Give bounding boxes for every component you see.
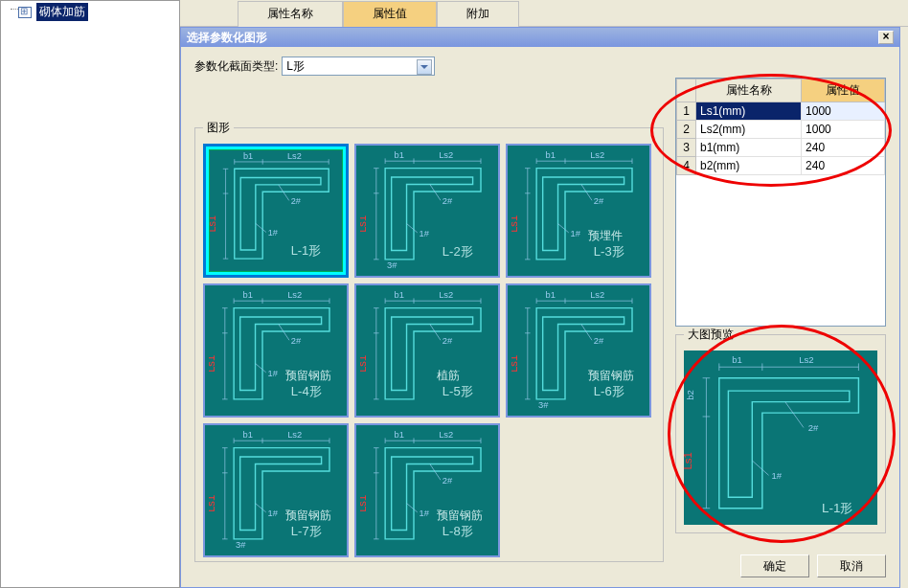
svg-text:b2: b2 bbox=[685, 390, 695, 400]
svg-text:1#: 1# bbox=[771, 470, 782, 481]
tab-extra[interactable]: 附加 bbox=[437, 1, 519, 27]
svg-text:L-1形: L-1形 bbox=[822, 501, 852, 515]
table-row[interactable]: 3 b1(mm) 240 bbox=[677, 139, 885, 157]
svg-text:b1: b1 bbox=[242, 290, 252, 300]
preview-fieldset: 大图预览 b1 Ls2 b2 Ls1 2# 1# L bbox=[675, 327, 886, 533]
dialog-body: 参数化截面类型: L形 图形 b1Ls2 Ls1 2# 1# L-1形 b1Ls… bbox=[181, 47, 899, 587]
row-name: b1(mm) bbox=[696, 139, 802, 157]
svg-text:b1: b1 bbox=[732, 354, 742, 365]
svg-text:Ls1: Ls1 bbox=[511, 355, 519, 373]
row-value[interactable]: 1000 bbox=[802, 102, 885, 121]
tab-attr-value[interactable]: 属性值 bbox=[343, 1, 437, 27]
section-type-select[interactable]: L形 bbox=[282, 57, 435, 76]
svg-text:Ls2: Ls2 bbox=[799, 354, 813, 365]
svg-text:Ls1: Ls1 bbox=[511, 215, 519, 233]
row-name: Ls2(mm) bbox=[696, 121, 802, 139]
row-value[interactable]: 1000 bbox=[802, 121, 885, 139]
shapes-legend: 图形 bbox=[203, 120, 234, 136]
svg-text:Ls2: Ls2 bbox=[439, 150, 453, 160]
table-row[interactable]: 1 Ls1(mm) 1000 bbox=[677, 102, 885, 121]
shape-option-L-2形[interactable]: b1Ls2 Ls1 2# 1# 3# L-2形 bbox=[354, 144, 500, 278]
row-index: 3 bbox=[677, 139, 696, 157]
tab-attr-name[interactable]: 属性名称 bbox=[238, 1, 343, 27]
svg-text:2#: 2# bbox=[443, 336, 453, 346]
svg-text:Ls1: Ls1 bbox=[360, 355, 368, 373]
svg-line-70 bbox=[279, 324, 289, 340]
svg-text:b1: b1 bbox=[243, 151, 253, 161]
property-table: 属性名称 属性值 1 Ls1(mm) 10002 Ls2(mm) 10003 b… bbox=[675, 78, 886, 327]
svg-text:Ls1: Ls1 bbox=[360, 215, 368, 233]
ok-button[interactable]: 确定 bbox=[740, 554, 809, 577]
svg-text:2#: 2# bbox=[291, 336, 302, 346]
type-row: 参数化截面类型: L形 bbox=[194, 57, 886, 76]
col-idx bbox=[677, 79, 696, 102]
svg-line-16 bbox=[256, 223, 266, 232]
row-value[interactable]: 240 bbox=[802, 157, 885, 175]
svg-text:2#: 2# bbox=[291, 196, 302, 206]
svg-text:预留钢筋: 预留钢筋 bbox=[588, 369, 634, 382]
svg-text:L-1形: L-1形 bbox=[291, 243, 322, 258]
svg-text:1#: 1# bbox=[420, 509, 430, 518]
svg-line-72 bbox=[256, 364, 266, 373]
row-name: Ls1(mm) bbox=[696, 102, 802, 121]
svg-line-164 bbox=[752, 461, 768, 475]
tree-branch bbox=[3, 1, 16, 23]
top-tabs: 属性名称 属性值 附加 bbox=[180, 0, 908, 27]
dialog-title-text: 选择参数化图形 bbox=[187, 30, 267, 46]
svg-text:L-3形: L-3形 bbox=[594, 244, 624, 259]
type-label: 参数化截面类型: bbox=[194, 58, 278, 75]
tree-panel: 砌体加筋 bbox=[0, 0, 180, 588]
svg-line-144 bbox=[407, 504, 418, 512]
svg-line-53 bbox=[558, 224, 569, 233]
preview-box: b1 Ls2 b2 Ls1 2# 1# L-1形 bbox=[684, 351, 877, 525]
svg-line-124 bbox=[256, 504, 266, 512]
svg-line-32 bbox=[430, 184, 441, 200]
cancel-button[interactable]: 取消 bbox=[817, 554, 886, 577]
button-row: 确定 取消 bbox=[740, 554, 886, 577]
row-index: 1 bbox=[677, 102, 696, 121]
table-row[interactable]: 4 b2(mm) 240 bbox=[677, 157, 885, 175]
svg-line-89 bbox=[430, 324, 441, 340]
shape-option-L-3形[interactable]: b1Ls2 Ls1 2# 1# 预埋件 L-3形 bbox=[506, 144, 651, 278]
svg-text:预留钢筋: 预留钢筋 bbox=[285, 509, 331, 522]
svg-text:Ls2: Ls2 bbox=[287, 151, 302, 161]
col-name: 属性名称 bbox=[696, 79, 802, 102]
svg-text:b1: b1 bbox=[545, 290, 555, 300]
row-value[interactable]: 240 bbox=[802, 139, 885, 157]
svg-line-34 bbox=[407, 224, 418, 233]
svg-text:L-5形: L-5形 bbox=[443, 384, 473, 398]
svg-text:Ls1: Ls1 bbox=[684, 452, 693, 470]
svg-text:2#: 2# bbox=[594, 196, 604, 206]
row-index: 2 bbox=[677, 121, 696, 139]
svg-text:b1: b1 bbox=[545, 150, 555, 160]
svg-text:2#: 2# bbox=[808, 422, 819, 433]
close-icon[interactable]: × bbox=[878, 31, 894, 44]
svg-line-14 bbox=[279, 185, 289, 201]
svg-text:Ls2: Ls2 bbox=[287, 430, 302, 440]
svg-text:2#: 2# bbox=[594, 336, 604, 346]
shape-option-L-1形[interactable]: b1Ls2 Ls1 2# 1# L-1形 bbox=[203, 144, 349, 278]
shape-option-L-7形[interactable]: b1Ls2 Ls1 1# 3# 预留钢筋 L-7形 bbox=[203, 423, 349, 557]
svg-text:Ls2: Ls2 bbox=[287, 290, 302, 300]
svg-text:Ls1: Ls1 bbox=[360, 495, 368, 512]
row-name: b2(mm) bbox=[696, 157, 802, 175]
svg-line-162 bbox=[785, 402, 804, 428]
svg-text:1#: 1# bbox=[268, 509, 279, 518]
shape-option-L-4形[interactable]: b1Ls2 Ls1 2# 1# 预留钢筋 L-4形 bbox=[203, 283, 349, 418]
svg-text:预留钢筋: 预留钢筋 bbox=[285, 369, 331, 382]
param-shape-dialog: 选择参数化图形 × 参数化截面类型: L形 图形 b1Ls2 Ls1 2# 1#… bbox=[180, 27, 900, 588]
shape-option-L-8形[interactable]: b1Ls2 Ls1 2# 1# 预留钢筋 L-8形 bbox=[354, 423, 500, 557]
svg-text:L-7形: L-7形 bbox=[291, 524, 322, 538]
shape-option-L-6形[interactable]: b1Ls2 Ls1 2# 3# 预留钢筋 L-6形 bbox=[506, 283, 651, 418]
svg-text:L-8形: L-8形 bbox=[443, 524, 473, 538]
col-value: 属性值 bbox=[802, 79, 885, 102]
svg-text:Ls1: Ls1 bbox=[209, 355, 216, 373]
svg-text:3#: 3# bbox=[538, 400, 549, 410]
svg-text:1#: 1# bbox=[420, 229, 430, 238]
dialog-titlebar[interactable]: 选择参数化图形 × bbox=[181, 28, 899, 47]
shape-option-L-5形[interactable]: b1Ls2 Ls1 2# 植筋 L-5形 bbox=[354, 283, 500, 418]
tree-item-masonry[interactable]: 砌体加筋 bbox=[1, 1, 179, 23]
row-index: 4 bbox=[677, 157, 696, 175]
table-row[interactable]: 2 Ls2(mm) 1000 bbox=[677, 121, 885, 139]
shapes-grid: b1Ls2 Ls1 2# 1# L-1形 b1Ls2 Ls1 2# 1# 3# … bbox=[203, 144, 655, 557]
